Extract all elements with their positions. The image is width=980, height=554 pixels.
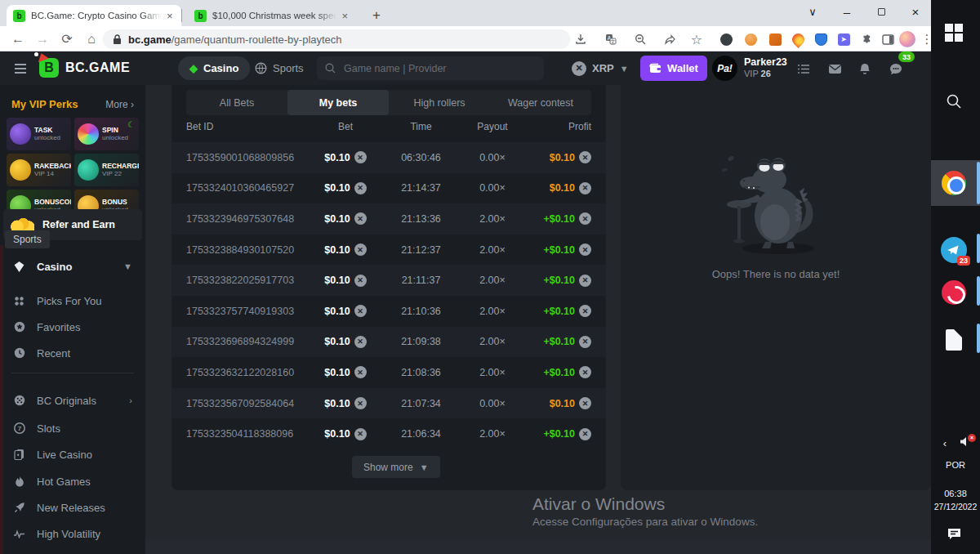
bet-time-cell: 21:14:37 bbox=[382, 182, 460, 194]
extension-dark-icon[interactable] bbox=[717, 31, 735, 47]
mail-icon[interactable] bbox=[825, 60, 844, 78]
table-row: 1753323822025917703$0.10✕21:11:372.00×+$… bbox=[172, 265, 606, 296]
xrp-coin-icon: ✕ bbox=[354, 151, 367, 163]
address-bar[interactable]: bc.game/game/quantum-roulette-by-playtec… bbox=[103, 29, 570, 49]
sidebar-item-casino[interactable]: Casino ▼ bbox=[0, 253, 145, 279]
extension-person-icon[interactable] bbox=[742, 31, 760, 47]
tab-close-icon[interactable]: × bbox=[167, 10, 173, 22]
sidebar-item-slots[interactable]: 7 Slots bbox=[0, 415, 145, 441]
nav-casino-button[interactable]: ◆ Casino bbox=[178, 56, 250, 80]
download-icon[interactable] bbox=[572, 31, 590, 47]
chat-icon[interactable] bbox=[886, 60, 906, 78]
star-circle-icon bbox=[13, 321, 25, 333]
show-more-button[interactable]: Show more ▼ bbox=[352, 456, 440, 478]
taskbar-chrome-button[interactable] bbox=[931, 163, 977, 203]
home-icon[interactable]: ⌂ bbox=[82, 29, 101, 49]
search-input[interactable] bbox=[342, 62, 522, 75]
back-icon[interactable]: ← bbox=[8, 29, 28, 49]
reload-icon[interactable]: ⟳ bbox=[57, 29, 77, 49]
arrow-extension-icon[interactable]: ➤ bbox=[835, 31, 853, 47]
window-menu-chevron-icon[interactable]: ∨ bbox=[799, 0, 826, 25]
bookmark-star-icon[interactable]: ☆ bbox=[688, 31, 706, 47]
bet-id-cell: 1753323567092584064 bbox=[186, 398, 309, 409]
language-indicator[interactable]: POR bbox=[931, 460, 980, 470]
tab-high-rollers[interactable]: High rollers bbox=[389, 90, 490, 115]
lock-icon bbox=[113, 34, 122, 45]
window-minimize-button[interactable]: – bbox=[833, 0, 861, 25]
bet-id-cell: 1753323504118388096 bbox=[186, 428, 309, 440]
sidebar-item-new-releases[interactable]: New Releases bbox=[0, 494, 145, 520]
taskbar-telegram-button[interactable]: 23 bbox=[931, 230, 977, 270]
table-row: 1753323632122028160$0.10✕21:08:362.00×+$… bbox=[172, 357, 606, 388]
crescent-icon: ☾ bbox=[127, 120, 135, 129]
browser-profile-avatar[interactable] bbox=[898, 31, 916, 47]
bet-amount-cell: $0.10✕ bbox=[309, 243, 382, 256]
crocodile-illustration bbox=[715, 127, 837, 258]
perk-task[interactable]: TASKunlocked bbox=[7, 118, 71, 150]
side-panel-icon[interactable] bbox=[879, 31, 897, 47]
perk-spin[interactable]: SPINunlocked☾ bbox=[74, 118, 139, 150]
volatility-chart-icon bbox=[13, 528, 25, 540]
sidebar-item-hot-games[interactable]: Hot Games bbox=[0, 468, 145, 494]
sidebar-item-recent[interactable]: Recent bbox=[0, 340, 145, 366]
bet-profit-cell: $0.10✕ bbox=[525, 182, 591, 194]
taskbar-red-app-button[interactable] bbox=[931, 273, 977, 312]
tab-close-icon[interactable]: × bbox=[341, 10, 348, 22]
currency-selector[interactable]: ✕ XRP ▼ bbox=[572, 56, 629, 80]
sports-tooltip[interactable]: Sports bbox=[5, 230, 50, 248]
nav-sports-button[interactable]: Sports bbox=[243, 56, 315, 80]
site-logo[interactable]: B BC.GAME bbox=[39, 58, 130, 78]
metamask-icon[interactable] bbox=[766, 31, 784, 47]
browser-tab-inactive[interactable]: b $10,000 Christmas week special × bbox=[188, 5, 354, 26]
extensions-puzzle-icon[interactable] bbox=[858, 31, 875, 47]
bet-id-cell: 1753324010360465927 bbox=[186, 182, 309, 194]
volume-muted-icon[interactable]: × bbox=[954, 431, 977, 454]
bc-logo-icon: B bbox=[39, 58, 59, 78]
xrp-coin-icon: ✕ bbox=[354, 305, 367, 317]
piggy-bank-icon bbox=[10, 159, 31, 181]
game-search-box[interactable] bbox=[317, 56, 544, 80]
windows-activation-watermark: Ativar o Windows bbox=[532, 494, 665, 514]
window-close-button[interactable]: × bbox=[902, 0, 929, 25]
hamburger-menu-icon[interactable] bbox=[10, 58, 31, 79]
window-restore-button[interactable] bbox=[867, 0, 895, 25]
xrp-coin-icon: ✕ bbox=[579, 366, 591, 378]
sidebar-item-live-casino[interactable]: Live Casino bbox=[0, 441, 145, 467]
notifications-bell-icon[interactable] bbox=[855, 60, 875, 78]
clock-time[interactable]: 06:38 bbox=[931, 489, 980, 498]
taskbar-search-button[interactable] bbox=[931, 82, 977, 121]
user-avatar[interactable]: Pa! bbox=[712, 56, 737, 81]
bet-list-icon[interactable] bbox=[794, 60, 813, 78]
zoom-out-icon[interactable] bbox=[631, 31, 649, 47]
shield-extension-icon[interactable] bbox=[812, 31, 830, 47]
vip-more-link[interactable]: More › bbox=[105, 99, 134, 110]
new-tab-button[interactable]: + bbox=[366, 5, 387, 26]
search-icon bbox=[946, 93, 962, 109]
wallet-icon bbox=[649, 63, 662, 74]
clock-date[interactable]: 27/12/2022 bbox=[931, 502, 980, 512]
perk-rakeback[interactable]: RAKEBACKVIP 14 bbox=[7, 154, 71, 186]
action-center-button[interactable] bbox=[931, 521, 977, 546]
bet-profit-cell: +$0.10✕ bbox=[525, 336, 591, 348]
sidebar-item-favorites[interactable]: Favorites bbox=[0, 314, 145, 340]
browser-tab-active[interactable]: b BC.Game: Crypto Casino Games × bbox=[7, 5, 181, 26]
perk-recharge[interactable]: RECHARGEVIP 22 bbox=[74, 154, 139, 186]
sidebar-item-feature-buyin[interactable]: Feature Buy-in bbox=[0, 547, 145, 554]
tab-wager-contest[interactable]: Wager contest bbox=[490, 90, 591, 115]
share-icon[interactable] bbox=[661, 31, 679, 47]
tab-my-bets[interactable]: My bets bbox=[287, 90, 389, 115]
wallet-button[interactable]: Wallet bbox=[640, 56, 707, 81]
forward-icon[interactable]: → bbox=[33, 29, 52, 49]
flame-extension-icon[interactable] bbox=[789, 31, 807, 47]
extension-dark-dot bbox=[720, 34, 733, 46]
xrp-coin-icon: ✕ bbox=[354, 366, 367, 378]
taskbar-notepad-button[interactable] bbox=[931, 320, 977, 360]
translate-icon[interactable]: A文 bbox=[602, 31, 620, 47]
sidebar-item-picks-for-you[interactable]: Picks For You bbox=[0, 288, 145, 314]
sidebar-item-high-volatility[interactable]: High Volatility bbox=[0, 520, 145, 547]
start-button[interactable] bbox=[931, 13, 977, 52]
tab-all-bets[interactable]: All Bets bbox=[186, 90, 287, 115]
sidebar-item-bc-originals[interactable]: BC Originals › bbox=[0, 387, 145, 413]
sidebar-item-label: Casino bbox=[37, 261, 72, 273]
col-payout: Payout bbox=[460, 121, 525, 132]
